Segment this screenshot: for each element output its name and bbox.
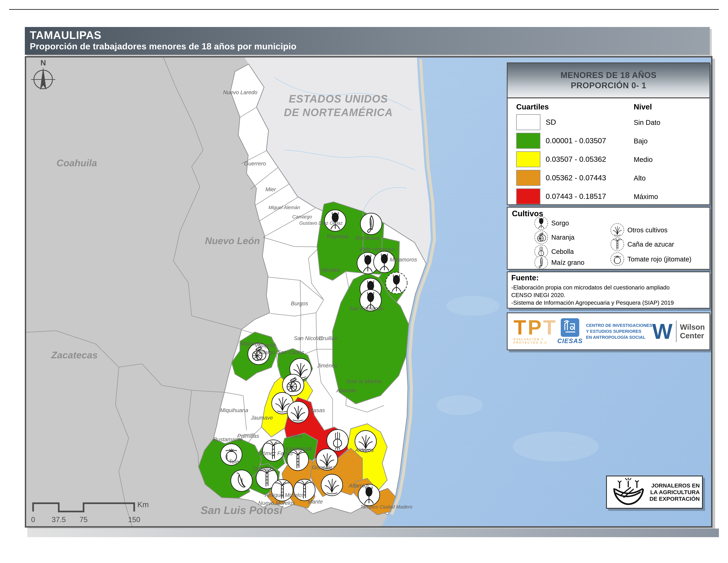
cebolla-icon bbox=[327, 430, 348, 451]
fuente-panel: Fuente: -Elaboración propia con microdat… bbox=[507, 271, 710, 309]
level-alto: Alto bbox=[634, 174, 646, 182]
range-alto: 0.05362 - 0.07443 bbox=[546, 173, 606, 182]
cana-icon bbox=[610, 237, 624, 251]
label-aldama: Aldama bbox=[355, 447, 374, 453]
swatch-bajo bbox=[516, 133, 540, 149]
level-medio: Medio bbox=[634, 156, 653, 164]
sorgo-icon bbox=[386, 272, 407, 294]
range-sd: SD bbox=[546, 118, 556, 126]
cultivo-otros: Otros cultivos bbox=[610, 223, 667, 237]
ciesas-line: Y ESTUDIOS SUPERIORES bbox=[586, 329, 652, 334]
sorgo-icon bbox=[534, 216, 548, 230]
label-jaumave: Jaumave bbox=[251, 415, 273, 421]
swatch-sin-dato bbox=[516, 114, 540, 130]
scale-unit: Km bbox=[137, 500, 149, 509]
cultivo-naranja: Naranja bbox=[534, 230, 574, 244]
label-miguel-aleman: Miguel Alemán bbox=[269, 205, 300, 210]
tomate-rojo-icon bbox=[610, 252, 624, 266]
map-frame: ESTADOS UNIDOS DE NORTEAMÉRICA Coahuila … bbox=[25, 56, 712, 528]
map-subtitle: Proporción de trabajadores menores de 18… bbox=[30, 41, 710, 51]
range-maximo: 0.07443 - 0.18517 bbox=[546, 192, 606, 201]
cultivo-label: Tomate rojo (jitomate) bbox=[627, 255, 691, 263]
otros-cultivos-icon bbox=[321, 474, 343, 496]
cultivo-sorgo: Sorgo bbox=[534, 216, 569, 230]
fuente-title: Fuente: bbox=[511, 273, 539, 282]
legend-row-medio: 0.03507 - 0.05362 bbox=[516, 151, 606, 167]
cultivo-maiz: Maíz grano bbox=[534, 255, 584, 269]
label-gomez-farias: Gómez Farías bbox=[258, 450, 293, 456]
state-label-coahuila: Coahuila bbox=[57, 157, 97, 168]
tpt-letter: T bbox=[514, 316, 528, 339]
label-llera: Llera bbox=[290, 433, 302, 439]
country-label-line2: DE NORTEAMÉRICA bbox=[284, 106, 393, 118]
legend-panel: MENORES DE 18 AÑOS PROPORCIÓN 0- 1 Cuart… bbox=[507, 62, 710, 205]
tpt-logo: TPT EVALUACIÓN Y PROYECTOS S.C. bbox=[514, 318, 557, 345]
label-villagran: Villagrán bbox=[255, 342, 276, 348]
maiz-grano-icon bbox=[360, 213, 382, 234]
label-tampico: Tampico bbox=[360, 504, 378, 510]
logos-panel: TPT EVALUACIÓN Y PROYECTOS S.C. CIESAS C… bbox=[507, 313, 710, 350]
label-antiguo-morelos: Antiguo Morelos bbox=[265, 492, 304, 498]
legend-row-sd: SD bbox=[516, 114, 556, 130]
label-ocampo: Ocampo bbox=[253, 466, 273, 472]
cultivo-tomate: Tomate rojo (jitomate) bbox=[610, 252, 691, 266]
page-neatline bbox=[9, 9, 719, 10]
ciesas-wordmark: CIESAS bbox=[557, 338, 583, 345]
cultivo-cana: Caña de azucar bbox=[610, 237, 674, 251]
maiz-grano-icon bbox=[534, 255, 548, 269]
map-layout-page: TAMAULIPAS Proporción de trabajadores me… bbox=[0, 0, 728, 563]
otros-cultivos-icon bbox=[610, 223, 624, 237]
label-rio-bravo: Río Bravo bbox=[355, 235, 380, 241]
label-tula: Tula bbox=[229, 459, 239, 465]
label-soto-la-marina: Soto la Marina bbox=[346, 378, 381, 384]
label-camargo: Camargo bbox=[292, 214, 312, 219]
label-mante: Mante bbox=[308, 499, 323, 505]
label-reynosa: Reynosa bbox=[327, 233, 348, 239]
level-maximo: Máximo bbox=[634, 193, 658, 201]
ciesas-line: EN ANTROPOLOGÍA SOCIAL bbox=[586, 334, 652, 340]
range-bajo: 0.00001 - 0.03507 bbox=[546, 136, 606, 145]
swatch-alto bbox=[516, 170, 540, 186]
otros-cultivos-icon bbox=[287, 401, 309, 423]
legend-header-line2: PROPORCIÓN 0- 1 bbox=[571, 80, 646, 91]
country-label-line1: ESTADOS UNIDOS bbox=[289, 93, 388, 105]
cultivos-panel: Cultivos Sorgo Naranja Cebolla Maíz gran… bbox=[507, 207, 710, 270]
level-sin-dato: Sin Dato bbox=[634, 118, 660, 126]
naranja-icon bbox=[282, 374, 304, 396]
fuente-line2: CENSO INEGI 2020. bbox=[511, 292, 565, 299]
label-gonzalez: González bbox=[312, 464, 335, 470]
legend-col-nivel: Nivel bbox=[634, 102, 652, 111]
cultivo-label: Maíz grano bbox=[551, 259, 584, 266]
label-mendez: Méndez bbox=[321, 267, 341, 273]
label-nuevo-morelos: Nuevo Morelos bbox=[258, 500, 295, 506]
scale-tick-37: 37.5 bbox=[52, 516, 66, 524]
cultivo-label: Naranja bbox=[551, 234, 574, 241]
label-san-fernando: San Fernando bbox=[349, 305, 384, 312]
label-valle-hermoso: Valle Hermoso bbox=[359, 246, 395, 252]
jornaleros-badge: JORNALEROS EN LA AGRICULTURA DE EXPORTAC… bbox=[606, 476, 703, 509]
cultivo-label: Cebolla bbox=[551, 248, 574, 255]
wilson-divider bbox=[676, 321, 677, 342]
label-burgos: Burgos bbox=[291, 301, 308, 307]
legend-col-cuartiles: Cuartiles bbox=[516, 102, 549, 111]
jornaleros-line: JORNALEROS EN bbox=[649, 482, 700, 489]
chile-icon bbox=[231, 470, 252, 492]
bottom-gradient-bar bbox=[27, 529, 719, 537]
label-guerrero: Guerrero bbox=[244, 160, 266, 166]
label-casas: Casas bbox=[309, 407, 325, 413]
scale-tick-75: 75 bbox=[80, 516, 88, 524]
label-altamira: Altamira bbox=[348, 483, 369, 489]
state-label-nuevo-leon: Nuevo León bbox=[205, 235, 260, 246]
swatch-medio bbox=[516, 151, 540, 167]
naranja-icon bbox=[534, 230, 548, 244]
legend-header: MENORES DE 18 AÑOS PROPORCIÓN 0- 1 bbox=[508, 63, 709, 98]
legend-header-line1: MENORES DE 18 AÑOS bbox=[561, 70, 657, 80]
cultivo-label: Otros cultivos bbox=[627, 226, 667, 234]
label-san-nicolas: San Nicolás bbox=[294, 335, 323, 341]
level-bajo: Bajo bbox=[634, 137, 648, 145]
wilson-name-line: Wilson bbox=[680, 323, 705, 331]
state-label-zacatecas: Zacatecas bbox=[51, 350, 98, 360]
wilson-w-mark: W bbox=[652, 322, 673, 341]
scale-tick-150: 150 bbox=[128, 516, 140, 524]
fuente-line3: -Sistema de Información Agropecuaria y P… bbox=[511, 300, 674, 306]
